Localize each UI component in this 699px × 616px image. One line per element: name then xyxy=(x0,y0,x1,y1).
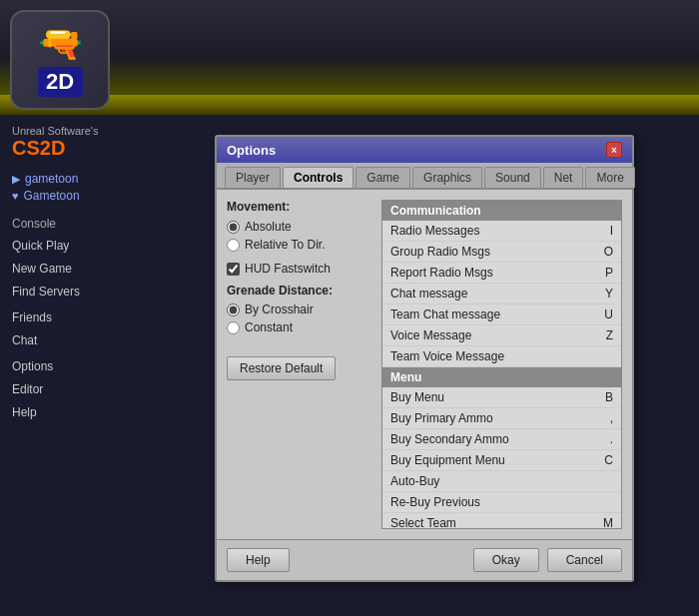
section-header-communication: Communication xyxy=(382,201,621,221)
keybind-row-buy-equipment[interactable]: Buy Equipment Menu C xyxy=(382,450,621,471)
right-panel: Communication Radio Messages I Group Rad… xyxy=(381,200,622,529)
tab-graphics[interactable]: Graphics xyxy=(412,167,482,188)
hud-fastswitch[interactable]: HUD Fastswitch xyxy=(227,262,371,276)
keybind-action: Buy Menu xyxy=(390,390,444,404)
sidebar-link-gametoon2[interactable]: ♥ Gametoon xyxy=(12,189,138,203)
tabs-bar: Player Controls Game Graphics Sound Net … xyxy=(217,163,632,190)
grenade-constant-label: Constant xyxy=(245,320,293,334)
sidebar-item-find-servers[interactable]: Find Servers xyxy=(12,283,138,301)
movement-label: Movement: xyxy=(227,200,371,214)
grenade-dist-label: Grenade Distance: xyxy=(227,284,371,298)
keybind-action: Voice Message xyxy=(390,328,471,342)
heart-icon: ♥ xyxy=(12,190,19,202)
okay-button[interactable]: Okay xyxy=(473,548,539,572)
keybind-row-team-voice[interactable]: Team Voice Message xyxy=(382,346,621,367)
keybind-action: Radio Messages xyxy=(390,224,479,238)
dialog-titlebar: Options × xyxy=(217,137,632,163)
close-button[interactable]: × xyxy=(606,142,622,158)
sidebar-links: ▶ gametoon ♥ Gametoon xyxy=(12,172,138,203)
grenade-radio-group: By Crosshair Constant xyxy=(227,303,371,334)
tab-controls[interactable]: Controls xyxy=(283,167,353,188)
sidebar-item-chat[interactable]: Chat xyxy=(12,331,138,349)
keybind-row-buy-primary[interactable]: Buy Primary Ammo , xyxy=(382,408,621,429)
sidebar-item-help[interactable]: Help xyxy=(12,403,138,421)
dialog-overlay: Options × Player Controls Game Graphics … xyxy=(160,125,689,606)
keybind-row-voice[interactable]: Voice Message Z xyxy=(382,325,621,346)
keybind-key: O xyxy=(604,245,613,259)
gun-icon: 🔫 xyxy=(38,23,83,65)
grenade-constant-radio[interactable] xyxy=(227,321,240,334)
dialog-body: Movement: Absolute Relative To Dir. xyxy=(217,190,632,539)
keybind-row-chat[interactable]: Chat message Y xyxy=(382,284,621,305)
tab-player[interactable]: Player xyxy=(225,167,281,188)
keybind-key: I xyxy=(610,224,613,238)
sidebar-link-gametoon1[interactable]: ▶ gametoon xyxy=(12,172,138,186)
movement-absolute-radio[interactable] xyxy=(227,221,240,234)
top-banner: 🔫 2D xyxy=(0,0,699,115)
sidebar-item-options[interactable]: Options xyxy=(12,357,138,375)
keybind-action: Buy Equipment Menu xyxy=(390,453,505,467)
options-dialog: Options × Player Controls Game Graphics … xyxy=(215,135,634,582)
sidebar-item-quick-play[interactable]: Quick Play xyxy=(12,237,138,255)
grenade-crosshair-radio[interactable] xyxy=(227,304,240,316)
grenade-constant[interactable]: Constant xyxy=(227,320,371,334)
keybind-row-rebuy[interactable]: Re-Buy Previous xyxy=(382,492,621,513)
keybind-key: Y xyxy=(605,287,613,301)
keybind-row-team-chat[interactable]: Team Chat message U xyxy=(382,305,621,325)
help-button[interactable]: Help xyxy=(227,548,290,572)
tab-game[interactable]: Game xyxy=(355,167,410,188)
tab-net[interactable]: Net xyxy=(543,167,584,188)
sidebar-item-editor[interactable]: Editor xyxy=(12,380,138,398)
link-label: Gametoon xyxy=(24,189,80,203)
keybind-row-radio-messages[interactable]: Radio Messages I xyxy=(382,221,621,242)
keybind-row-report-radio[interactable]: Report Radio Msgs P xyxy=(382,263,621,284)
keybind-key: P xyxy=(605,266,613,280)
keybind-key: B xyxy=(605,390,613,404)
sidebar-item-friends[interactable]: Friends xyxy=(12,308,138,326)
link-label: gametoon xyxy=(25,172,78,186)
keybind-key: , xyxy=(610,411,613,425)
keybind-action: Buy Primary Ammo xyxy=(390,411,493,425)
arrow-icon: ▶ xyxy=(12,173,20,186)
keybind-row-buy-menu[interactable]: Buy Menu B xyxy=(382,387,621,408)
movement-relative-radio[interactable] xyxy=(227,239,240,252)
grenade-crosshair[interactable]: By Crosshair xyxy=(227,303,371,316)
keybind-action: Team Chat message xyxy=(390,308,500,321)
keybind-row-auto-buy[interactable]: Auto-Buy xyxy=(382,471,621,492)
keybind-key: U xyxy=(604,308,613,321)
movement-radio-group: Absolute Relative To Dir. xyxy=(227,220,371,252)
keybind-action: Auto-Buy xyxy=(390,474,439,488)
movement-relative[interactable]: Relative To Dir. xyxy=(227,238,371,252)
keybind-action: Buy Secondary Ammo xyxy=(390,432,509,446)
hud-fastswitch-label: HUD Fastswitch xyxy=(245,262,331,276)
tab-sound[interactable]: Sound xyxy=(484,167,541,188)
keybind-row-buy-secondary[interactable]: Buy Secondary Ammo . xyxy=(382,429,621,450)
keybind-key: . xyxy=(610,432,613,446)
left-panel: Movement: Absolute Relative To Dir. xyxy=(227,200,371,529)
keybind-key: M xyxy=(603,516,613,528)
keybind-action: Re-Buy Previous xyxy=(390,495,480,509)
keybind-action: Group Radio Msgs xyxy=(390,245,490,259)
tab-more[interactable]: More xyxy=(585,167,634,188)
keybind-action: Team Voice Message xyxy=(390,349,504,363)
keybind-row-select-team[interactable]: Select Team M xyxy=(382,513,621,528)
keybind-scroll[interactable]: Communication Radio Messages I Group Rad… xyxy=(382,201,621,528)
grenade-crosshair-label: By Crosshair xyxy=(245,303,314,316)
dialog-footer: Help Okay Cancel xyxy=(217,539,632,580)
company-name: Unreal Software's xyxy=(12,125,138,137)
section-header-menu: Menu xyxy=(382,367,621,387)
keybind-key: Z xyxy=(606,328,613,342)
game-title: CS2D xyxy=(12,137,138,160)
main-content: Options × Player Controls Game Graphics … xyxy=(150,115,699,616)
hud-fastswitch-checkbox[interactable] xyxy=(227,263,240,276)
restore-default-button[interactable]: Restore Default xyxy=(227,356,336,380)
movement-absolute[interactable]: Absolute xyxy=(227,220,371,234)
movement-absolute-label: Absolute xyxy=(245,220,292,234)
keybind-row-group-radio[interactable]: Group Radio Msgs O xyxy=(382,242,621,263)
keybind-key: C xyxy=(604,453,613,467)
sidebar-item-new-game[interactable]: New Game xyxy=(12,260,138,278)
sidebar-console-title: Console xyxy=(12,217,138,231)
cancel-button[interactable]: Cancel xyxy=(547,548,622,572)
keybind-action: Chat message xyxy=(390,287,467,301)
dialog-title: Options xyxy=(227,143,276,158)
